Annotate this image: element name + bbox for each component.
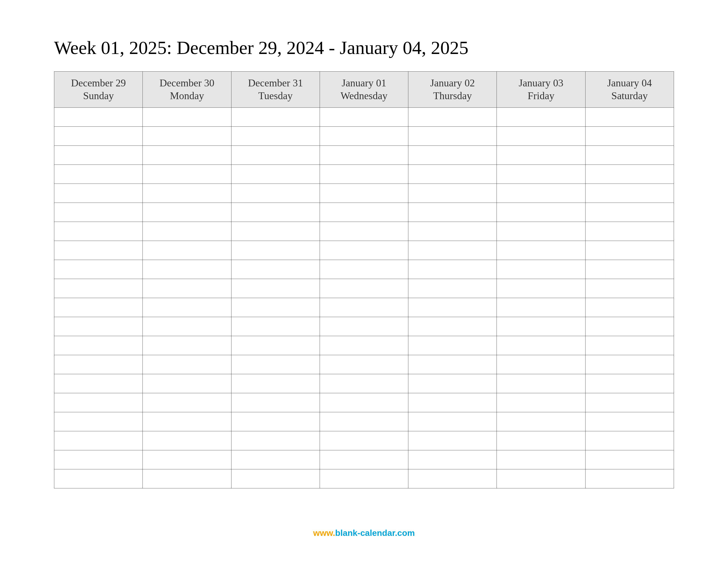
calendar-cell[interactable] [54, 203, 143, 222]
calendar-cell[interactable] [143, 108, 231, 127]
calendar-cell[interactable] [320, 165, 408, 184]
calendar-cell[interactable] [408, 412, 497, 431]
calendar-cell[interactable] [54, 222, 143, 241]
calendar-cell[interactable] [585, 393, 674, 412]
calendar-cell[interactable] [408, 450, 497, 469]
calendar-cell[interactable] [143, 355, 231, 374]
calendar-cell[interactable] [408, 165, 497, 184]
calendar-cell[interactable] [497, 241, 585, 260]
calendar-cell[interactable] [497, 184, 585, 203]
calendar-cell[interactable] [143, 203, 231, 222]
calendar-cell[interactable] [585, 222, 674, 241]
calendar-cell[interactable] [54, 317, 143, 336]
calendar-cell[interactable] [231, 393, 320, 412]
calendar-cell[interactable] [585, 374, 674, 393]
calendar-cell[interactable] [585, 108, 674, 127]
calendar-cell[interactable] [320, 279, 408, 298]
calendar-cell[interactable] [231, 355, 320, 374]
calendar-cell[interactable] [585, 355, 674, 374]
calendar-cell[interactable] [408, 279, 497, 298]
calendar-cell[interactable] [497, 127, 585, 146]
calendar-cell[interactable] [320, 298, 408, 317]
calendar-cell[interactable] [497, 355, 585, 374]
calendar-cell[interactable] [408, 146, 497, 165]
calendar-cell[interactable] [231, 317, 320, 336]
calendar-cell[interactable] [497, 260, 585, 279]
calendar-cell[interactable] [231, 374, 320, 393]
calendar-cell[interactable] [585, 203, 674, 222]
calendar-cell[interactable] [408, 431, 497, 450]
calendar-cell[interactable] [54, 336, 143, 355]
calendar-cell[interactable] [54, 184, 143, 203]
calendar-cell[interactable] [408, 108, 497, 127]
calendar-cell[interactable] [497, 469, 585, 488]
calendar-cell[interactable] [585, 279, 674, 298]
calendar-cell[interactable] [231, 298, 320, 317]
calendar-cell[interactable] [320, 431, 408, 450]
calendar-cell[interactable] [320, 336, 408, 355]
calendar-cell[interactable] [320, 469, 408, 488]
calendar-cell[interactable] [54, 279, 143, 298]
calendar-cell[interactable] [408, 203, 497, 222]
calendar-cell[interactable] [143, 412, 231, 431]
calendar-cell[interactable] [231, 146, 320, 165]
calendar-cell[interactable] [585, 469, 674, 488]
calendar-cell[interactable] [320, 108, 408, 127]
calendar-cell[interactable] [143, 431, 231, 450]
calendar-cell[interactable] [54, 165, 143, 184]
calendar-cell[interactable] [231, 412, 320, 431]
calendar-cell[interactable] [54, 146, 143, 165]
calendar-cell[interactable] [54, 374, 143, 393]
calendar-cell[interactable] [320, 374, 408, 393]
calendar-cell[interactable] [54, 108, 143, 127]
calendar-cell[interactable] [231, 241, 320, 260]
calendar-cell[interactable] [143, 241, 231, 260]
calendar-cell[interactable] [54, 450, 143, 469]
calendar-cell[interactable] [497, 279, 585, 298]
calendar-cell[interactable] [231, 127, 320, 146]
calendar-cell[interactable] [408, 184, 497, 203]
calendar-cell[interactable] [54, 127, 143, 146]
calendar-cell[interactable] [231, 260, 320, 279]
calendar-cell[interactable] [320, 222, 408, 241]
calendar-cell[interactable] [585, 431, 674, 450]
calendar-cell[interactable] [408, 469, 497, 488]
calendar-cell[interactable] [143, 279, 231, 298]
calendar-cell[interactable] [54, 393, 143, 412]
calendar-cell[interactable] [585, 317, 674, 336]
calendar-cell[interactable] [408, 317, 497, 336]
calendar-cell[interactable] [143, 184, 231, 203]
calendar-cell[interactable] [231, 108, 320, 127]
calendar-cell[interactable] [585, 336, 674, 355]
calendar-cell[interactable] [54, 355, 143, 374]
calendar-cell[interactable] [231, 336, 320, 355]
calendar-cell[interactable] [585, 412, 674, 431]
calendar-cell[interactable] [585, 165, 674, 184]
calendar-cell[interactable] [320, 241, 408, 260]
calendar-cell[interactable] [143, 165, 231, 184]
calendar-cell[interactable] [143, 393, 231, 412]
calendar-cell[interactable] [497, 393, 585, 412]
calendar-cell[interactable] [585, 450, 674, 469]
calendar-cell[interactable] [231, 469, 320, 488]
calendar-cell[interactable] [320, 355, 408, 374]
calendar-cell[interactable] [143, 260, 231, 279]
calendar-cell[interactable] [320, 393, 408, 412]
calendar-cell[interactable] [408, 393, 497, 412]
calendar-cell[interactable] [497, 165, 585, 184]
calendar-cell[interactable] [320, 127, 408, 146]
calendar-cell[interactable] [143, 374, 231, 393]
calendar-cell[interactable] [143, 450, 231, 469]
calendar-cell[interactable] [585, 260, 674, 279]
calendar-cell[interactable] [231, 450, 320, 469]
calendar-cell[interactable] [231, 165, 320, 184]
calendar-cell[interactable] [497, 336, 585, 355]
calendar-cell[interactable] [497, 146, 585, 165]
calendar-cell[interactable] [320, 260, 408, 279]
calendar-cell[interactable] [408, 222, 497, 241]
calendar-cell[interactable] [497, 317, 585, 336]
calendar-cell[interactable] [497, 203, 585, 222]
calendar-cell[interactable] [231, 184, 320, 203]
calendar-cell[interactable] [320, 450, 408, 469]
calendar-cell[interactable] [320, 317, 408, 336]
